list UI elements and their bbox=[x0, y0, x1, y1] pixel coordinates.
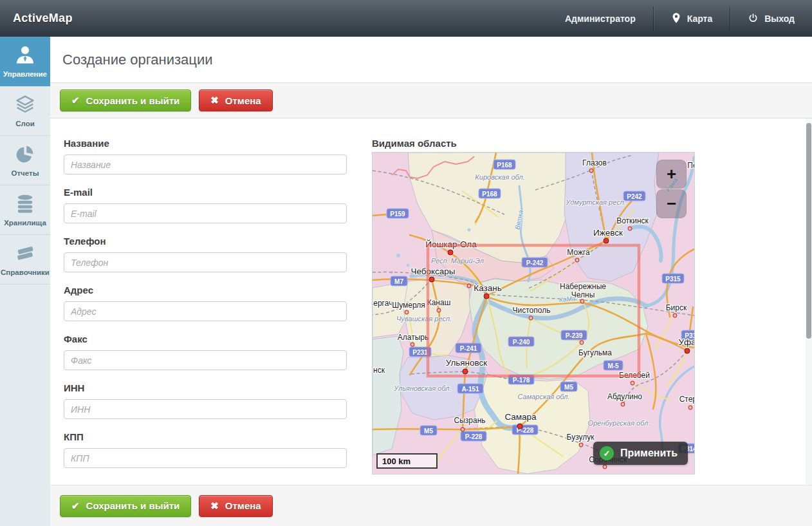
svg-text:Самара: Самара bbox=[504, 412, 537, 422]
svg-text:Ульяновская обл.: Ульяновская обл. bbox=[393, 384, 451, 392]
visible-area-label: Видимая область bbox=[372, 138, 695, 149]
page-header: Создание организации bbox=[50, 37, 812, 83]
svg-text:Алатырь: Алатырь bbox=[398, 333, 429, 342]
user-silhouette-icon bbox=[14, 44, 37, 66]
field-address: Адрес bbox=[64, 285, 347, 321]
name-input[interactable] bbox=[64, 155, 347, 174]
cancel-button[interactable]: ✖ Отмена bbox=[199, 89, 272, 111]
svg-text:Сызрань: Сызрань bbox=[454, 416, 485, 425]
svg-text:Шумерля: Шумерля bbox=[392, 301, 425, 310]
field-fax: Факс bbox=[64, 333, 347, 370]
vertical-scrollbar[interactable] bbox=[806, 118, 812, 485]
database-icon bbox=[14, 193, 37, 214]
books-icon bbox=[14, 243, 37, 264]
visible-area-panel: Видимая область bbox=[372, 138, 695, 485]
field-kpp: КПП bbox=[64, 431, 347, 468]
map-canvas[interactable]: Р168 Р168 Р242 Р159 М7 Р-242 Р315 Р-239 … bbox=[372, 152, 695, 474]
save-and-exit-button-bottom[interactable]: ✔ Сохранить и выйти bbox=[60, 495, 191, 517]
svg-text:Р168: Р168 bbox=[497, 162, 512, 169]
save-and-exit-button[interactable]: ✔ Сохранить и выйти bbox=[60, 89, 191, 111]
power-icon bbox=[748, 13, 759, 24]
email-label: E-mail bbox=[64, 187, 347, 198]
app-logo: ActiveMap bbox=[0, 12, 73, 25]
phone-input[interactable] bbox=[64, 252, 347, 272]
kpp-label: КПП bbox=[64, 431, 347, 442]
svg-text:нск: нск bbox=[373, 366, 385, 375]
svg-text:Р242: Р242 bbox=[627, 193, 642, 200]
field-name: Название bbox=[64, 138, 347, 174]
cancel-button-label: Отмена bbox=[225, 500, 261, 511]
sidebar-item-label: Хранилища bbox=[4, 219, 46, 227]
map-zoom-controls: + − bbox=[656, 160, 687, 218]
svg-text:Удмуртская респ.: Удмуртская респ. bbox=[565, 198, 626, 206]
address-input[interactable] bbox=[64, 301, 347, 321]
check-circle-icon: ✓ bbox=[600, 446, 614, 460]
field-inn: ИНН bbox=[64, 382, 347, 419]
svg-text:Сергач: Сергач bbox=[373, 299, 392, 308]
save-button-label: Сохранить и выйти bbox=[86, 95, 180, 106]
svg-text:Кировская обл.: Кировская обл. bbox=[475, 173, 524, 181]
svg-text:Р231: Р231 bbox=[412, 349, 428, 356]
sidebar-item-directories[interactable]: Справочники bbox=[0, 235, 50, 285]
sidebar-item-management[interactable]: Управление bbox=[0, 37, 50, 86]
cross-icon: ✖ bbox=[210, 500, 219, 512]
name-label: Название bbox=[64, 138, 347, 149]
fax-input[interactable] bbox=[64, 350, 347, 370]
kpp-input[interactable] bbox=[64, 448, 347, 468]
svg-text:Р315: Р315 bbox=[665, 276, 681, 283]
check-icon: ✔ bbox=[71, 500, 80, 512]
apply-button[interactable]: ✓ Применить bbox=[593, 442, 688, 465]
svg-text:М5: М5 bbox=[564, 384, 573, 391]
map-image: Р168 Р168 Р242 Р159 М7 Р-242 Р315 Р-239 … bbox=[373, 153, 694, 474]
svg-text:Абдулино: Абдулино bbox=[607, 392, 642, 401]
bottom-actions-bar: ✔ Сохранить и выйти ✖ Отмена bbox=[50, 485, 812, 526]
sidebar-item-label: Слои bbox=[15, 120, 35, 127]
svg-text:Самарская обл.: Самарская обл. bbox=[517, 393, 569, 400]
main-area: Создание организации ✔ Сохранить и выйти… bbox=[50, 37, 812, 526]
logout-button[interactable]: Выход bbox=[730, 0, 812, 37]
fax-label: Факс bbox=[64, 333, 347, 344]
save-button-label: Сохранить и выйти bbox=[86, 500, 180, 511]
selection-rectangle[interactable] bbox=[428, 245, 639, 376]
app-shell: Управление Слои Отчеты Хранилища Справоч… bbox=[0, 37, 812, 526]
map-link[interactable]: Карта bbox=[654, 0, 730, 37]
scale-label: 100 km bbox=[382, 456, 411, 466]
cross-icon: ✖ bbox=[210, 95, 219, 106]
email-input[interactable] bbox=[64, 203, 347, 223]
inn-input[interactable] bbox=[64, 399, 347, 419]
svg-text:Р-228: Р-228 bbox=[465, 433, 483, 440]
form-content: Название E-mail Телефон Адрес Факс bbox=[50, 118, 812, 485]
page-title: Создание организации bbox=[62, 52, 213, 68]
sidebar-item-storages[interactable]: Хранилища bbox=[0, 185, 50, 235]
svg-text:Бирск: Бирск bbox=[666, 303, 687, 312]
scrollbar-thumb[interactable] bbox=[806, 123, 811, 339]
sidebar-item-layers[interactable]: Слои bbox=[0, 86, 50, 136]
zoom-in-button[interactable]: + bbox=[656, 160, 687, 189]
svg-text:Бузулук: Бузулук bbox=[567, 433, 595, 442]
field-phone: Телефон bbox=[64, 236, 347, 272]
svg-text:Ижевск: Ижевск bbox=[593, 228, 623, 238]
cancel-button-label: Отмена bbox=[225, 95, 261, 106]
sidebar-item-label: Отчеты bbox=[12, 169, 39, 177]
cancel-button-bottom[interactable]: ✖ Отмена bbox=[199, 495, 272, 517]
svg-text:Стерлита: Стерлита bbox=[679, 395, 694, 404]
sidebar-item-label: Справочники bbox=[1, 268, 50, 276]
check-icon: ✔ bbox=[71, 95, 80, 106]
svg-text:Оренбургская обл.: Оренбургская обл. bbox=[588, 419, 651, 427]
field-email: E-mail bbox=[64, 187, 347, 223]
svg-text:Воткинск: Воткинск bbox=[616, 216, 649, 225]
inn-label: ИНН bbox=[64, 382, 347, 393]
top-bar: ActiveMap Администратор Карта Выход bbox=[0, 0, 812, 37]
svg-text:Р168: Р168 bbox=[482, 191, 497, 198]
phone-label: Телефон bbox=[64, 236, 347, 247]
map-link-label: Карта bbox=[687, 14, 713, 24]
svg-text:А-151: А-151 bbox=[461, 386, 479, 393]
user-name-label: Администратор bbox=[565, 14, 636, 24]
zoom-out-button[interactable]: − bbox=[656, 189, 687, 218]
sidebar-item-reports[interactable]: Отчеты bbox=[0, 136, 50, 185]
map-scale-bar: 100 km bbox=[376, 453, 438, 469]
top-bar-right: Администратор Карта Выход bbox=[548, 0, 812, 37]
svg-text:Глазов: Глазов bbox=[582, 158, 607, 167]
svg-text:М7: М7 bbox=[394, 278, 403, 285]
user-menu[interactable]: Администратор bbox=[548, 0, 653, 37]
